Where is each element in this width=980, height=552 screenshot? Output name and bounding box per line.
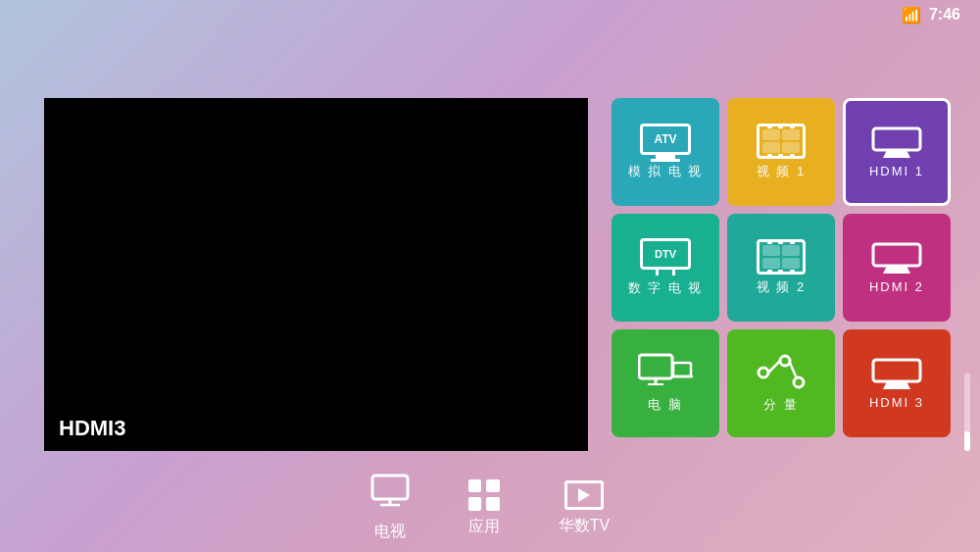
atv-icon: ATV — [640, 124, 691, 159]
scroll-indicator — [964, 373, 970, 451]
preview-area: HDMI3 — [44, 98, 588, 451]
source-label-video2: 视 频 2 — [757, 278, 806, 296]
source-label-dtv: 数 字 电 视 — [628, 279, 704, 297]
source-item-video1[interactable]: 视 频 1 — [727, 98, 835, 206]
svg-rect-0 — [873, 128, 920, 150]
source-label-atv: 模 拟 电 视 — [628, 163, 704, 180]
nav-label-tv: 电视 — [374, 522, 406, 542]
source-label-hdmi1: HDMI 1 — [869, 164, 924, 178]
svg-marker-15 — [883, 381, 910, 389]
svg-point-9 — [759, 368, 768, 377]
hdmi-icon-2 — [871, 242, 922, 276]
source-item-hdmi1[interactable]: HDMI 1 — [843, 98, 951, 206]
nav-item-apps[interactable]: 应用 — [468, 479, 500, 537]
nav-item-huasutv[interactable]: 华数TV — [559, 480, 610, 536]
hdmi-icon-1 — [871, 126, 922, 160]
apps-nav-icon — [468, 479, 500, 511]
source-grid: ATV 模 拟 电 视 视 频 1 HDMI 1 — [612, 98, 951, 437]
svg-point-11 — [794, 377, 804, 387]
source-label-hdmi2: HDMI 2 — [869, 279, 924, 294]
dtv-icon: DTV — [640, 238, 691, 276]
bottom-nav: 电视 应用 华数TV — [0, 464, 980, 552]
source-item-share[interactable]: 分 量 — [727, 329, 835, 437]
svg-line-13 — [790, 363, 797, 378]
source-item-dtv[interactable]: DTV 数 字 电 视 — [612, 214, 719, 322]
status-bar: 📶 7:46 — [0, 0, 980, 29]
source-item-atv[interactable]: ATV 模 拟 电 视 — [612, 98, 719, 206]
tv-nav-icon — [370, 474, 410, 516]
film-icon-2 — [757, 239, 806, 275]
source-item-computer[interactable]: 电 脑 — [612, 329, 719, 437]
nav-item-tv[interactable]: 电视 — [370, 474, 410, 542]
source-label-computer: 电 脑 — [648, 396, 683, 414]
source-item-video2[interactable]: 视 频 2 — [727, 214, 835, 322]
svg-line-12 — [768, 361, 780, 373]
source-label-video1: 视 频 1 — [757, 163, 806, 180]
source-item-hdmi2[interactable]: HDMI 2 — [843, 214, 951, 322]
svg-marker-1 — [883, 150, 910, 158]
source-label-share: 分 量 — [763, 396, 799, 414]
share-icon — [756, 353, 807, 392]
svg-marker-3 — [883, 266, 910, 274]
time-display: 7:46 — [929, 6, 960, 24]
computer-icon — [638, 353, 693, 392]
scroll-thumb — [964, 431, 970, 451]
nav-label-apps: 应用 — [468, 517, 500, 537]
svg-point-10 — [780, 356, 790, 366]
svg-rect-7 — [673, 363, 691, 376]
preview-label: HDMI3 — [59, 416, 125, 441]
film-icon-1 — [757, 124, 806, 159]
wifi-icon: 📶 — [902, 6, 921, 25]
svg-rect-2 — [873, 244, 920, 266]
video-nav-icon — [564, 480, 604, 510]
svg-rect-16 — [372, 476, 408, 499]
hdmi-icon-3 — [871, 358, 922, 391]
source-label-hdmi3: HDMI 3 — [869, 395, 924, 410]
source-item-hdmi3[interactable]: HDMI 3 — [843, 329, 951, 437]
svg-rect-14 — [873, 360, 920, 381]
svg-rect-4 — [639, 355, 672, 378]
nav-label-huasutv: 华数TV — [559, 516, 610, 536]
